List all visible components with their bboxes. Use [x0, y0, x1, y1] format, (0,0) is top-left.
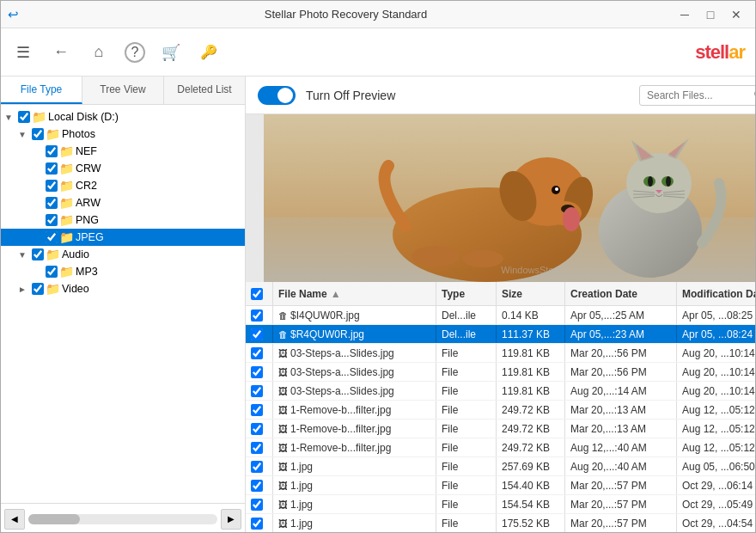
svg-point-9 — [555, 187, 558, 191]
row-checkbox[interactable] — [251, 423, 263, 435]
tree-item[interactable]: 📁CRW — [1, 160, 245, 177]
file-name-text: 1-Remove-b...filter.jpg — [290, 442, 391, 454]
file-icon: 🖼 — [278, 348, 288, 358]
tab-deleted-list[interactable]: Deleted List — [164, 77, 245, 104]
tree-item[interactable]: 📁NEF — [1, 143, 245, 160]
tree-item-label: CRW — [76, 162, 101, 175]
file-cell: 119.81 KB — [497, 344, 565, 362]
row-checkbox[interactable] — [251, 499, 263, 511]
col-header-filename[interactable]: File Name ▲ — [273, 282, 436, 305]
row-checkbox[interactable] — [251, 442, 263, 454]
tab-file-type[interactable]: File Type — [1, 77, 82, 104]
cart-icon[interactable]: 🛒 — [159, 40, 183, 64]
tree-item[interactable]: 📁MP3 — [1, 263, 245, 280]
table-row[interactable]: 🗑$I4QUW0R.jpgDel...ile0.14 KBApr 05,...:… — [246, 306, 756, 325]
tree-toggle-icon[interactable]: ► — [18, 285, 30, 294]
col-header-size: Size — [497, 282, 565, 305]
table-row[interactable]: 🖼1.jpgFile154.40 KBMar 20,...:57 PMOct 2… — [246, 476, 756, 495]
tree-checkbox[interactable] — [46, 197, 58, 209]
title-bar: ↩ Stellar Photo Recovery Standard ─ □ ✕ — [1, 1, 755, 28]
row-checkbox[interactable] — [251, 347, 263, 359]
file-cell: Apr 05, ...08:24 AM — [677, 325, 756, 343]
row-checkbox[interactable] — [251, 328, 263, 340]
col-header-check — [246, 282, 273, 305]
file-cell: Mar 20,...:57 PM — [565, 514, 677, 532]
table-row[interactable]: 🖼1-Remove-b...filter.jpgFile249.72 KBMar… — [246, 401, 756, 420]
tree-item[interactable]: ▼📁Photos — [1, 126, 245, 143]
tabs: File Type Tree View Deleted List — [1, 77, 245, 105]
file-cell: File — [436, 457, 497, 475]
preview-toggle[interactable] — [258, 86, 296, 105]
scroll-thumb[interactable] — [28, 514, 80, 524]
file-icon: 🖼 — [278, 386, 288, 396]
file-name-text: 1-Remove-b...filter.jpg — [290, 423, 391, 435]
table-row[interactable]: 🖼1-Remove-b...filter.jpgFile249.72 KBMar… — [246, 420, 756, 438]
folder-icon: 📁 — [59, 213, 74, 227]
table-row[interactable]: 🗑$R4QUW0R.jpgDel...ile111.37 KBApr 05,..… — [246, 325, 756, 344]
file-cell: 119.81 KB — [497, 363, 565, 381]
table-row[interactable]: 🖼1.jpgFile175.52 KBMar 20,...:57 PMOct 2… — [246, 514, 756, 533]
tree-checkbox[interactable] — [46, 180, 58, 192]
svg-point-10 — [563, 207, 580, 231]
close-button[interactable]: ✕ — [724, 6, 748, 23]
folder-icon: 📁 — [59, 162, 74, 175]
file-cell: Aug 12, ...05:12 AM — [677, 420, 756, 438]
row-checkbox[interactable] — [251, 461, 263, 473]
tree-item[interactable]: ▼📁Audio — [1, 246, 245, 263]
maximize-button[interactable]: □ — [698, 6, 722, 23]
svg-point-12 — [462, 250, 503, 267]
tree-item-label: NEF — [76, 145, 97, 157]
tree-checkbox[interactable] — [46, 145, 58, 157]
tree-checkbox[interactable] — [46, 266, 58, 278]
file-cell: 154.40 KB — [497, 476, 565, 494]
tree-item[interactable]: 📁PNG — [1, 211, 245, 229]
scroll-right-button[interactable]: ▶ — [221, 509, 241, 530]
tree-toggle-icon[interactable]: ▼ — [18, 250, 30, 260]
tree-item[interactable]: 📁ARW — [1, 194, 245, 211]
header-checkbox[interactable] — [251, 288, 263, 300]
tree-item[interactable]: ►📁Video — [1, 280, 245, 297]
file-name-text: 03-Steps-a...Slides.jpg — [290, 347, 394, 359]
row-checkbox[interactable] — [251, 385, 263, 397]
row-checkbox[interactable] — [251, 518, 263, 530]
file-name-text: $R4QUW0R.jpg — [290, 328, 364, 340]
row-checkbox[interactable] — [251, 366, 263, 378]
key-icon[interactable]: 🔑 — [197, 40, 221, 64]
search-input[interactable] — [647, 89, 750, 101]
tree-toggle-icon[interactable]: ▼ — [4, 113, 16, 122]
table-row[interactable]: 🖼1-Remove-b...filter.jpgFile249.72 KBAug… — [246, 438, 756, 457]
minimize-button[interactable]: ─ — [673, 6, 697, 23]
folder-icon: 📁 — [59, 144, 74, 158]
tree-checkbox[interactable] — [18, 111, 30, 123]
search-box: 🔍 — [639, 85, 756, 106]
row-checkbox[interactable] — [251, 404, 263, 416]
row-checkbox[interactable] — [251, 309, 263, 322]
tree-toggle-icon[interactable]: ▼ — [18, 130, 30, 139]
menu-icon[interactable]: ☰ — [11, 40, 35, 64]
tree-checkbox[interactable] — [46, 214, 58, 226]
scroll-left-button[interactable]: ◀ — [4, 509, 25, 530]
tree-checkbox[interactable] — [32, 128, 44, 140]
table-row[interactable]: 🖼1.jpgFile154.54 KBMar 20,...:57 PMOct 2… — [246, 495, 756, 514]
tree-checkbox[interactable] — [32, 283, 44, 295]
help-icon[interactable]: ? — [125, 42, 145, 63]
back-icon[interactable]: ← — [49, 40, 73, 64]
title-bar-left: ↩ — [8, 7, 19, 22]
row-checkbox[interactable] — [251, 480, 263, 492]
file-cell: 249.72 KB — [497, 401, 565, 419]
tree-item[interactable]: ▼📁Local Disk (D:) — [1, 108, 245, 126]
table-row[interactable]: 🖼03-Steps-a...Slides.jpgFile119.81 KBAug… — [246, 382, 756, 401]
main-layout: File Type Tree View Deleted List ▼📁Local… — [1, 77, 755, 533]
tab-tree-view[interactable]: Tree View — [82, 77, 164, 104]
tree-checkbox[interactable] — [46, 231, 58, 243]
home-icon[interactable]: ⌂ — [87, 40, 111, 64]
tree-item[interactable]: 📁CR2 — [1, 177, 245, 194]
table-row[interactable]: 🖼1.jpgFile257.69 KBAug 20,...:40 AMAug 0… — [246, 457, 756, 476]
table-row[interactable]: 🖼03-Steps-a...Slides.jpgFile119.81 KBMar… — [246, 344, 756, 363]
tree-item[interactable]: 📁JPEG — [1, 229, 245, 246]
table-row[interactable]: 🖼03-Steps-a...Slides.jpgFile119.81 KBMar… — [246, 363, 756, 382]
tree-checkbox[interactable] — [46, 162, 58, 175]
file-cell: File — [436, 382, 497, 400]
tree-item-label: Video — [62, 283, 89, 295]
tree-checkbox[interactable] — [32, 248, 44, 260]
